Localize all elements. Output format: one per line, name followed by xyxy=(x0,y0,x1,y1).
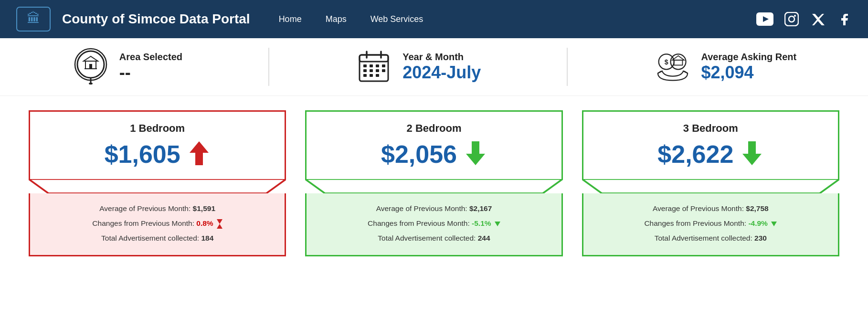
one-bedroom-arrow-icon xyxy=(188,139,211,169)
two-bedroom-arrow-icon xyxy=(464,139,487,169)
svg-marker-38 xyxy=(29,179,286,193)
svg-marker-9 xyxy=(84,56,98,61)
two-bedroom-price-row: $2,056 xyxy=(316,139,551,169)
svg-rect-26 xyxy=(382,69,385,72)
three-bedroom-ads: Total Advertisement collected: 230 xyxy=(593,231,828,245)
nav-web-services[interactable]: Web Services xyxy=(370,14,423,24)
three-bedroom-angle xyxy=(582,179,839,193)
svg-rect-15 xyxy=(360,55,388,81)
two-bedroom-card: 2 Bedroom $2,056 Average of Previous Mon… xyxy=(305,110,562,256)
three-bedroom-change: Changes from Previous Month: -4.9% xyxy=(593,216,828,231)
two-bedroom-top: 2 Bedroom $2,056 xyxy=(305,110,562,180)
year-month-text: Year & Month 2024-July xyxy=(402,52,481,83)
svg-rect-28 xyxy=(370,74,373,77)
avg-rent-section: $ Average Asking Rent $2,094 xyxy=(654,48,797,86)
svg-rect-33 xyxy=(674,60,682,65)
one-bedroom-price: $1,605 xyxy=(105,140,180,169)
one-bedroom-title: 1 Bedroom xyxy=(40,122,275,135)
nav-maps[interactable]: Maps xyxy=(326,14,347,24)
area-value: -- xyxy=(119,63,182,83)
instagram-icon[interactable] xyxy=(783,11,800,28)
two-bedroom-bottom: Average of Previous Month: $2,167 Change… xyxy=(305,193,562,256)
three-bedroom-price: $2,622 xyxy=(657,140,733,169)
svg-rect-16 xyxy=(360,55,388,62)
three-bedroom-arrow-icon xyxy=(741,139,763,169)
two-bedroom-angle xyxy=(305,179,562,193)
svg-rect-21 xyxy=(376,64,379,67)
two-bedroom-price: $2,056 xyxy=(381,140,457,169)
main-nav: Home Maps Web Services xyxy=(279,14,756,24)
svg-marker-40 xyxy=(305,179,562,193)
svg-rect-10 xyxy=(89,64,92,69)
two-bedroom-change: Changes from Previous Month: -5.1% xyxy=(316,216,551,231)
three-bedroom-change-triangle xyxy=(771,222,777,226)
one-bedroom-card: 1 Bedroom $1,605 Average of Previous Mon… xyxy=(29,110,286,256)
svg-rect-25 xyxy=(376,69,379,72)
svg-text:🏛: 🏛 xyxy=(27,11,40,26)
svg-text:$: $ xyxy=(664,58,668,66)
one-bedroom-ads: Total Advertisement collected: 184 xyxy=(40,231,275,245)
svg-rect-23 xyxy=(363,69,367,72)
location-icon xyxy=(72,48,110,86)
year-month-value: 2024-July xyxy=(402,63,481,83)
svg-rect-22 xyxy=(382,64,385,67)
one-bedroom-change-value: 0.8% xyxy=(196,219,213,227)
one-bedroom-angle xyxy=(29,179,286,193)
area-label: Area Selected xyxy=(119,52,182,63)
svg-rect-27 xyxy=(363,74,367,77)
svg-marker-37 xyxy=(190,141,209,165)
social-icons xyxy=(756,11,854,28)
calendar-icon xyxy=(355,48,393,86)
three-bedroom-bottom: Average of Previous Month: $2,758 Change… xyxy=(582,193,839,256)
one-bedroom-top: 1 Bedroom $1,605 xyxy=(29,110,286,180)
one-bedroom-change-triangle xyxy=(217,219,222,229)
divider-2 xyxy=(567,48,568,86)
svg-rect-19 xyxy=(363,64,367,67)
svg-marker-42 xyxy=(582,179,839,193)
logo[interactable]: 🏛 xyxy=(14,5,53,33)
year-month-label: Year & Month xyxy=(402,52,481,63)
svg-rect-20 xyxy=(370,64,373,67)
twitter-icon[interactable] xyxy=(810,11,827,28)
divider-1 xyxy=(268,48,269,86)
svg-point-13 xyxy=(89,83,93,85)
svg-point-32 xyxy=(670,54,686,69)
year-month-section: Year & Month 2024-July xyxy=(355,48,481,86)
three-bedroom-card: 3 Bedroom $2,622 Average of Previous Mon… xyxy=(582,110,839,256)
two-bedroom-change-triangle xyxy=(495,222,500,226)
site-title: County of Simcoe Data Portal xyxy=(62,11,250,27)
header: 🏛 County of Simcoe Data Portal Home Maps… xyxy=(0,0,868,38)
svg-rect-24 xyxy=(370,69,373,72)
three-bedroom-top: 3 Bedroom $2,622 xyxy=(582,110,839,180)
avg-rent-label: Average Asking Rent xyxy=(701,52,797,63)
two-bedroom-change-value: -5.1% xyxy=(472,219,491,227)
svg-marker-39 xyxy=(466,141,485,165)
svg-rect-29 xyxy=(376,74,379,77)
three-bedroom-prev: Average of Previous Month: $2,758 xyxy=(593,201,828,216)
avg-rent-text: Average Asking Rent $2,094 xyxy=(701,52,797,83)
one-bedroom-prev: Average of Previous Month: $1,591 xyxy=(40,201,275,216)
two-bedroom-ads: Total Advertisement collected: 244 xyxy=(316,231,551,245)
nav-home[interactable]: Home xyxy=(279,14,302,24)
rent-icon: $ xyxy=(654,48,692,86)
one-bedroom-bottom: Average of Previous Month: $1,591 Change… xyxy=(29,193,286,256)
area-text-block: Area Selected -- xyxy=(119,52,182,83)
area-selected-section: Area Selected -- xyxy=(72,48,182,86)
svg-point-6 xyxy=(794,15,796,17)
one-bedroom-price-row: $1,605 xyxy=(40,139,275,169)
one-bedroom-change: Changes from Previous Month: 0.8% xyxy=(40,216,275,231)
svg-marker-41 xyxy=(742,141,762,165)
three-bedroom-price-row: $2,622 xyxy=(593,139,828,169)
three-bedroom-title: 3 Bedroom xyxy=(593,122,828,135)
three-bedroom-change-value: -4.9% xyxy=(748,219,768,227)
svg-point-5 xyxy=(789,16,794,22)
two-bedroom-title: 2 Bedroom xyxy=(316,122,551,135)
rent-cards: 1 Bedroom $1,605 Average of Previous Mon… xyxy=(0,96,868,275)
avg-rent-value: $2,094 xyxy=(701,63,797,83)
two-bedroom-prev: Average of Previous Month: $2,167 xyxy=(316,201,551,216)
info-bar: Area Selected -- xyxy=(0,38,868,96)
facebook-icon[interactable] xyxy=(836,11,854,28)
youtube-icon[interactable] xyxy=(756,11,773,28)
svg-rect-4 xyxy=(785,12,798,26)
